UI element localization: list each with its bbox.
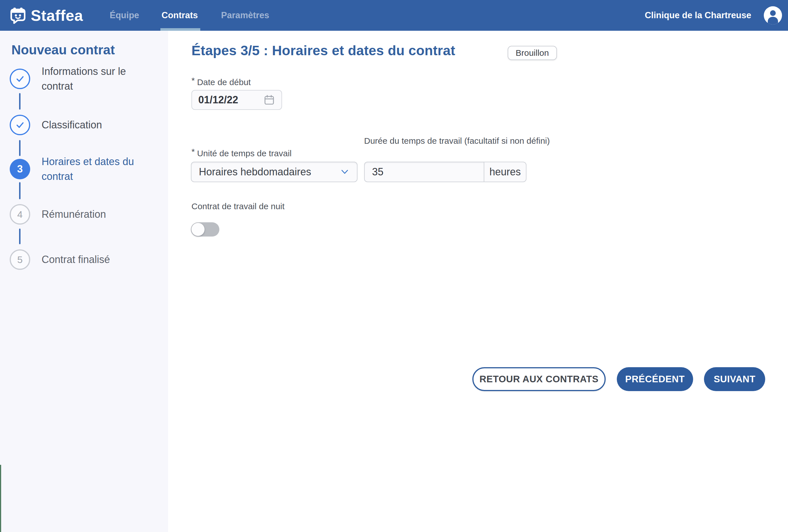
nav-item-contrats[interactable]: Contrats (161, 0, 198, 31)
nav-item-parametres[interactable]: Paramètres (221, 0, 269, 31)
next-button[interactable]: SUIVANT (704, 367, 765, 391)
nav-item-equipe[interactable]: Équipe (110, 0, 139, 31)
night-contract-label: Contrat de travail de nuit (192, 202, 284, 211)
step-heading: Étapes 3/5 : Horaires et dates du contra… (192, 43, 455, 58)
previous-button[interactable]: PRÉCÉDENT (617, 367, 693, 391)
duration-input[interactable] (372, 166, 476, 178)
night-contract-toggle[interactable] (191, 222, 219, 237)
work-time-duration-label: Durée du temps de travail (facultatif si… (364, 134, 569, 148)
calendar-icon[interactable] (263, 94, 275, 106)
duration-input-wrap[interactable] (364, 162, 484, 182)
step-label: Informations sur le contrat (42, 64, 150, 94)
work-time-unit-value: Horaires hebdomadaires (199, 166, 340, 178)
step-remuneration[interactable]: 4 Rémunération (10, 204, 106, 225)
step-todo-circle: 5 (10, 249, 30, 270)
start-date-field[interactable] (192, 90, 282, 110)
required-mark: * (192, 76, 195, 85)
step-form-panel: Étapes 3/5 : Horaires et dates du contra… (168, 31, 788, 532)
step-connector (19, 182, 20, 199)
step-connector (19, 93, 20, 109)
step-horaires-dates[interactable]: 3 Horaires et dates du contrat (10, 159, 150, 179)
active-tab-underline (160, 28, 200, 31)
wizard-sidebar: Nouveau contrat Informations sur le cont… (0, 31, 168, 532)
toggle-knob (192, 223, 204, 236)
wizard-title: Nouveau contrat (12, 42, 115, 58)
required-mark: * (192, 147, 195, 156)
work-time-duration-field: heures (364, 162, 527, 182)
step-classification[interactable]: Classification (10, 115, 102, 135)
check-icon (14, 73, 26, 84)
status-badge: Brouillon (508, 46, 557, 60)
left-edge-strip (0, 465, 1, 532)
step-connector (19, 140, 20, 156)
step-active-circle: 3 (10, 159, 30, 179)
step-contrat-finalise[interactable]: 5 Contrat finalisé (10, 249, 110, 270)
start-date-input[interactable] (198, 94, 263, 106)
step-done-circle (10, 115, 30, 135)
check-icon (14, 119, 26, 131)
start-date-label: *Date de début (192, 76, 251, 87)
top-navbar: Staffea Équipe Contrats Paramètres Clini… (0, 0, 788, 31)
back-to-contracts-button[interactable]: RETOUR AUX CONTRATS (472, 367, 606, 391)
step-informations-contrat[interactable]: Informations sur le contrat (10, 68, 150, 89)
staffea-bubble-calendar-icon (10, 6, 26, 24)
duration-unit-addon: heures (484, 162, 527, 182)
work-time-unit-label: *Unité de temps de travail (192, 147, 292, 158)
step-connector (19, 229, 20, 244)
chevron-down-icon (340, 167, 350, 177)
step-label: Classification (42, 118, 102, 132)
staffea-logo[interactable]: Staffea (10, 0, 83, 31)
step-done-circle (10, 68, 30, 89)
work-time-unit-select[interactable]: Horaires hebdomadaires (191, 162, 357, 182)
step-label: Contrat finalisé (42, 252, 110, 267)
step-todo-circle: 4 (10, 204, 30, 225)
step-label: Horaires et dates du contrat (42, 154, 150, 184)
brand-name: Staffea (31, 6, 83, 24)
user-avatar-icon[interactable] (764, 6, 782, 24)
account-name: Clinique de la Chartreuse (645, 0, 751, 31)
step-label: Rémunération (42, 207, 106, 222)
